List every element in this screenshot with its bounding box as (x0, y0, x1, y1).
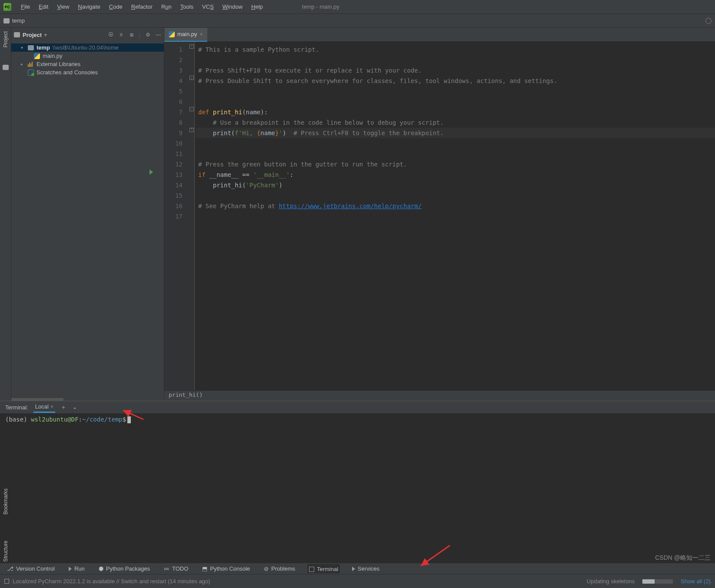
terminal-panel: Terminal: Local × ＋ ⌄ (base) wsl2ubuntu@… (0, 401, 715, 588)
project-panel: Project ▾ ⦿ ≡ ≣ | ⚙ — ▾ temp \\wsl$\Ubun… (11, 28, 164, 401)
tree-external-libs[interactable]: ▸ External Libraries (11, 60, 164, 68)
close-icon[interactable]: × (50, 403, 54, 410)
tool-terminal[interactable]: Terminal (307, 564, 340, 573)
menu-file[interactable]: File (17, 2, 34, 12)
menu-code[interactable]: Code (105, 2, 127, 12)
list-icon: ≔ (164, 565, 170, 572)
run-gutter-icon[interactable] (150, 169, 153, 175)
menu-view[interactable]: View (53, 2, 73, 12)
window-title: temp - main.py (302, 3, 339, 10)
status-show-all[interactable]: Show all (2) (681, 578, 711, 585)
folder-icon (3, 18, 10, 23)
warning-icon: ⊘ (264, 565, 269, 572)
tool-problems[interactable]: ⊘Problems (262, 565, 297, 573)
terminal-tab-local[interactable]: Local × (33, 402, 56, 413)
terminal-icon (309, 567, 314, 572)
terminal-cursor (127, 416, 131, 423)
folder-icon[interactable] (3, 65, 9, 70)
menu-vcs[interactable]: VCS (198, 2, 218, 12)
fold-bar[interactable]: - ⌄ - ⌃ (189, 42, 195, 390)
console-icon: ⬒ (202, 565, 207, 572)
python-file-icon (169, 31, 175, 37)
add-terminal-icon[interactable]: ＋ (60, 404, 67, 410)
progress-bar (642, 579, 673, 584)
play-icon (69, 567, 72, 571)
tool-python-packages[interactable]: ⬢Python Packages (97, 565, 152, 573)
library-icon (28, 62, 34, 67)
hide-icon[interactable]: — (155, 32, 161, 38)
menu-refactor[interactable]: Refactor (127, 2, 157, 12)
tree-file-label: main.py (43, 53, 63, 59)
chevron-down-icon[interactable]: ⌄ (72, 404, 78, 410)
tool-run[interactable]: Run (67, 565, 86, 573)
select-opened-file-icon[interactable]: ⦿ (108, 32, 114, 38)
menu-edit[interactable]: Edit (34, 2, 53, 12)
project-panel-title: Project (23, 32, 42, 38)
python-file-icon (34, 53, 40, 59)
tree-file-main[interactable]: main.py (11, 52, 164, 60)
expand-all-icon[interactable]: ≡ (118, 32, 124, 38)
menu-help[interactable]: Help (247, 2, 267, 12)
editor-gutter[interactable]: 1 2 3 4 5 6 7 8 9 10 11 12 13 14 15 16 1… (164, 42, 189, 390)
status-message[interactable]: Localized PyCharm 2022.1.2 is available … (13, 578, 210, 585)
editor-tabs: main.py × (164, 28, 715, 42)
tree-root[interactable]: ▾ temp \\wsl$\Ubuntu-20.04\home (11, 43, 164, 52)
tool-bookmarks[interactable]: Bookmarks (3, 488, 9, 515)
folder-icon (14, 32, 20, 37)
tool-structure[interactable]: Structure (3, 541, 9, 562)
status-bar: Localized PyCharm 2022.1.2 is available … (0, 574, 715, 588)
editor-code[interactable]: # This is a sample Python script. # Pres… (195, 42, 715, 390)
menu-run[interactable]: Run (157, 2, 176, 12)
user-icon[interactable] (705, 18, 712, 24)
tool-todo[interactable]: ≔TODO (162, 565, 190, 573)
tool-services[interactable]: Services (350, 565, 381, 573)
menubar: PC File Edit View Navigate Code Refactor… (0, 0, 715, 14)
fold-marker[interactable]: ⌃ (190, 128, 194, 132)
fold-marker[interactable]: ⌄ (190, 76, 194, 80)
close-icon[interactable]: × (200, 31, 203, 37)
tree-scratches-label: Scratches and Consoles (37, 69, 98, 76)
gear-icon[interactable]: ⚙ (145, 32, 151, 38)
editor-tab-label: main.py (177, 31, 197, 37)
fold-marker[interactable]: - (190, 44, 194, 49)
tree-root-path: \\wsl$\Ubuntu-20.04\home (53, 44, 119, 51)
status-updating: Updating skeletons (587, 578, 635, 585)
tool-python-console[interactable]: ⬒Python Console (200, 565, 252, 573)
tool-version-control[interactable]: ⎇Version Control (5, 565, 57, 573)
scratches-icon (28, 70, 34, 76)
collapse-all-icon[interactable]: ≣ (129, 32, 135, 38)
left-stripe-bottom: Bookmarks Structure (0, 488, 11, 562)
terminal-body[interactable]: (base) wsl2ubuntu@DF:~/code/temp$ (0, 413, 715, 588)
menu-window[interactable]: Window (218, 2, 247, 12)
package-icon: ⬢ (99, 565, 103, 572)
tool-project[interactable]: Project (3, 31, 9, 47)
left-tool-stripe: Project (0, 28, 11, 401)
watermark: CSDN @略知一二三 (655, 554, 711, 562)
terminal-header: Terminal: Local × ＋ ⌄ (0, 401, 715, 413)
play-icon (352, 567, 355, 571)
menu-navigate[interactable]: Navigate (73, 2, 104, 12)
project-tree: ▾ temp \\wsl$\Ubuntu-20.04\home main.py … (11, 42, 164, 78)
branch-icon: ⎇ (7, 565, 13, 572)
editor-area: main.py × 1 2 3 4 5 6 7 8 9 10 11 12 13 … (164, 28, 715, 401)
app-icon: PC (3, 3, 11, 11)
navigation-bar: temp (0, 14, 715, 28)
menu-tools[interactable]: Tools (176, 2, 198, 12)
status-icon[interactable] (4, 579, 9, 584)
folder-icon (28, 45, 34, 50)
tree-ext-label: External Libraries (37, 61, 80, 67)
breadcrumb-function[interactable]: print_hi() (164, 390, 715, 401)
tree-scratches[interactable]: Scratches and Consoles (11, 68, 164, 76)
editor-tab-main[interactable]: main.py × (164, 28, 207, 42)
bottom-tool-bar: ⎇Version Control Run ⬢Python Packages ≔T… (0, 563, 715, 574)
tree-root-label: temp (37, 44, 50, 51)
breadcrumb-root[interactable]: temp (12, 17, 25, 24)
project-panel-header: Project ▾ ⦿ ≡ ≣ | ⚙ — (11, 28, 164, 42)
terminal-title: Terminal: (5, 404, 28, 411)
fold-marker[interactable]: - (190, 107, 194, 111)
project-scrollbar[interactable] (11, 398, 63, 401)
